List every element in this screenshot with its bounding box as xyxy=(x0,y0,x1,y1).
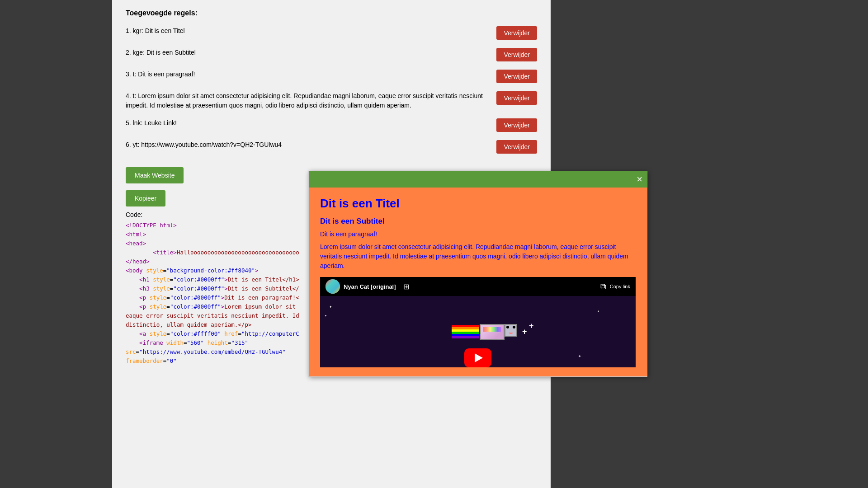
code-line-p2cont: eaque error suscipit veritatis nesciunt … xyxy=(126,311,320,320)
rule-item-6: 6. yt: https://www.youtube.com/watch?v=Q… xyxy=(126,140,537,154)
yt-channel-info: Nyan Cat [original] ⊞ xyxy=(326,279,409,294)
preview-h3: Dit is een Subtitel xyxy=(320,217,636,226)
code-line-p2: <p style="color:#0000ff">Lorem ipsum dol… xyxy=(126,302,320,311)
code-line-h3: <h3 style="color:#0000ff">Dit is een Sub… xyxy=(126,284,320,293)
code-line-doctype: <!DOCTYPE html> xyxy=(126,221,320,230)
verwijder-button-5[interactable]: Verwijder xyxy=(496,118,537,132)
rainbow-trail xyxy=(452,325,479,338)
youtube-container: + + ✦ ✦ ✦ ✦ Nyan Cat [original] ⊞ xyxy=(320,277,636,367)
rule-text-1: 1. kgr: Dit is een Titel xyxy=(126,26,496,36)
rule-number-1: 1. xyxy=(126,27,133,34)
rule-number-2: 2. xyxy=(126,49,133,56)
yt-right-controls: ⧉ Copy link xyxy=(600,282,630,291)
verwijder-button-2[interactable]: Verwijder xyxy=(496,48,537,61)
preview-panel: × Dit is een Titel Dit is een Subtitel D… xyxy=(308,171,647,377)
yt-copy-icon[interactable]: ⧉ xyxy=(600,282,606,291)
code-line-html: <html> xyxy=(126,230,320,239)
code-line-h1: <h1 style="color:#0000ff">Dit is een Tit… xyxy=(126,275,320,284)
verwijder-button-3[interactable]: Verwijder xyxy=(496,70,537,83)
preview-h1: Dit is een Titel xyxy=(320,197,636,211)
code-line-title: <title>Hallooooooooooooooooooooooooooooo… xyxy=(126,248,320,257)
yt-copy-label: Copy link xyxy=(610,284,630,289)
rule-item-1: 1. kgr: Dit is een Titel Verwijder xyxy=(126,26,537,40)
rule-number-4: 4. xyxy=(126,92,133,99)
rules-list: 1. kgr: Dit is een Titel Verwijder 2. kg… xyxy=(126,26,537,154)
preview-p1: Dit is een paragraaf! xyxy=(320,230,636,238)
rule-item-4: 4. t: Lorem ipsum dolor sit amet consect… xyxy=(126,91,537,110)
verwijder-button-6[interactable]: Verwijder xyxy=(496,140,537,154)
rule-text-6: 6. yt: https://www.youtube.com/watch?v=Q… xyxy=(126,140,496,150)
kopieer-button[interactable]: Kopieer xyxy=(126,190,165,206)
cat-head xyxy=(505,324,517,337)
preview-content: Dit is een Titel Dit is een Subtitel Dit… xyxy=(309,188,647,376)
code-line-iframe: <iframe width="560" height="315" src="ht… xyxy=(126,338,320,366)
rule-text-5: 5. lnk: Leuke Link! xyxy=(126,118,496,128)
code-block: <!DOCTYPE html> <html> <head> <title>Hal… xyxy=(126,221,320,366)
nyan-cat-body xyxy=(480,324,505,340)
yt-video-title: Nyan Cat [original] xyxy=(344,283,396,290)
code-line-endhead: </head> xyxy=(126,257,320,266)
yt-top-bar: Nyan Cat [original] ⊞ ⧉ Copy link xyxy=(320,277,636,296)
rule-item-5: 5. lnk: Leuke Link! Verwijder xyxy=(126,118,537,132)
maak-website-button[interactable]: Maak Website xyxy=(126,167,184,183)
rule-text-2: 2. kge: Dit is een Subtitel xyxy=(126,48,496,57)
rule-item-3: 3. t: Dit is een paragraaf! Verwijder xyxy=(126,70,537,83)
section-title: Toegevoegde regels: xyxy=(126,9,537,17)
rule-number-5: 5. xyxy=(126,119,133,127)
verwijder-button-4[interactable]: Verwijder xyxy=(496,91,537,105)
preview-p2: Lorem ipsum dolor sit amet consectetur a… xyxy=(320,242,636,271)
rule-text-4: 4. t: Lorem ipsum dolor sit amet consect… xyxy=(126,91,496,110)
yt-play-button[interactable] xyxy=(464,348,491,367)
rule-number-6: 6. xyxy=(126,141,133,148)
yt-play-btn[interactable] xyxy=(464,348,491,367)
yt-play-triangle xyxy=(475,353,483,362)
preview-header: × xyxy=(309,171,647,188)
yt-avatar xyxy=(326,279,340,294)
rule-item-2: 2. kge: Dit is een Subtitel Verwijder xyxy=(126,48,537,61)
code-line-p2end: distinctio, ullam quidem aperiam.</p> xyxy=(126,320,320,329)
code-line-body: <body style="background-color:#ff8040"> xyxy=(126,266,320,275)
code-line-head: <head> xyxy=(126,239,320,248)
yt-cc-icon: ⊞ xyxy=(403,282,409,291)
verwijder-button-1[interactable]: Verwijder xyxy=(496,26,537,40)
rule-text-3: 3. t: Dit is een paragraaf! xyxy=(126,70,496,79)
rule-number-3: 3. xyxy=(126,70,133,78)
preview-close-button[interactable]: × xyxy=(637,174,642,184)
code-line-a: <a style="color:#ffff00" href="http://co… xyxy=(126,329,320,338)
code-line-p1: <p style="color:#0000ff">Dit is een para… xyxy=(126,293,320,302)
